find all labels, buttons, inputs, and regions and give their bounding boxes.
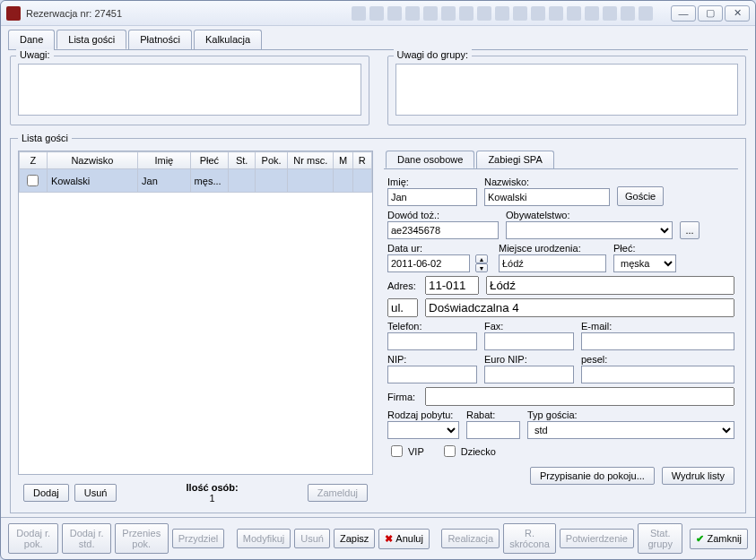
fax-label: Fax:: [484, 321, 574, 332]
cell-st: [229, 169, 256, 193]
adres-miasto-input[interactable]: [486, 276, 734, 295]
tab-lista-gosci[interactable]: Lista gości: [56, 30, 126, 49]
dowod-label: Dowód toż.:: [387, 210, 499, 220]
nip-label: NIP:: [387, 354, 477, 365]
usun-button[interactable]: Usuń: [74, 484, 117, 502]
typ-select[interactable]: std: [527, 421, 734, 439]
plec-select[interactable]: męska: [613, 254, 676, 272]
goscie-button[interactable]: Goście: [617, 186, 664, 206]
uwagi-grupy-textarea[interactable]: [395, 64, 739, 116]
cell-pok: [256, 169, 288, 193]
imie-label: Imię:: [387, 177, 477, 187]
tab-kalkulacja[interactable]: Kalkulacja: [194, 30, 262, 49]
zamelduj-button[interactable]: Zamelduj: [308, 484, 368, 502]
col-m[interactable]: M: [334, 152, 352, 169]
telefon-label: Telefon:: [387, 321, 477, 332]
statgrupy-button[interactable]: Stat. grupy: [638, 523, 683, 554]
lista-legend: Lista gości: [18, 133, 72, 143]
col-st[interactable]: St.: [229, 152, 256, 169]
imie-input[interactable]: [387, 188, 477, 206]
uwagi-grupy-label: Uwagi do grupy:: [394, 49, 473, 60]
telefon-input[interactable]: [387, 332, 477, 350]
wydruk-button[interactable]: Wydruk listy: [662, 467, 734, 485]
nip-input[interactable]: [387, 366, 477, 383]
dodaj-rstd-button[interactable]: Dodaj r. std.: [62, 523, 110, 554]
obyw-label: Obywatelstwo:: [506, 210, 673, 220]
dataur-down-button[interactable]: ▼: [475, 263, 488, 272]
obyw-ellipsis-button[interactable]: ...: [680, 221, 700, 239]
obyw-select[interactable]: [506, 221, 673, 239]
close-button[interactable]: ✕: [725, 5, 750, 22]
check-icon: ✔: [696, 533, 704, 544]
rodzaj-label: Rodzaj pobytu:: [387, 409, 459, 420]
uwagi-label: Uwagi:: [16, 49, 54, 60]
cell-r: [352, 169, 371, 193]
anuluj-button[interactable]: ✖Anuluj: [378, 529, 430, 549]
firma-label: Firma:: [387, 392, 418, 402]
minimize-button[interactable]: —: [671, 5, 696, 22]
dodaj-rpok-button[interactable]: Dodaj r. pok.: [8, 523, 58, 554]
rabat-label: Rabat:: [466, 409, 520, 420]
rabat-input[interactable]: [466, 421, 520, 439]
col-z[interactable]: Z: [20, 152, 48, 169]
plec-label: Płeć:: [613, 243, 676, 254]
vip-checkbox[interactable]: [391, 445, 403, 457]
subtab-zabiegi-spa[interactable]: Zabiegi SPA: [476, 151, 553, 168]
tab-platnosci[interactable]: Płatności: [128, 30, 192, 49]
przypisanie-button[interactable]: Przypisanie do pokoju...: [530, 467, 655, 485]
subtab-dane-osobowe[interactable]: Dane osobowe: [386, 151, 474, 168]
col-r[interactable]: R: [352, 152, 371, 169]
modyfikuj-button[interactable]: Modyfikuj: [237, 529, 291, 548]
firma-input[interactable]: [425, 387, 734, 406]
row-checkbox[interactable]: [27, 175, 39, 186]
cell-nazwisko: Kowalski: [47, 169, 137, 193]
euronip-label: Euro NIP:: [484, 354, 574, 365]
miejsce-input[interactable]: [499, 254, 606, 272]
count-value: 1: [122, 493, 301, 504]
maximize-button[interactable]: ▢: [698, 5, 723, 22]
adres-label: Adres:: [387, 280, 418, 291]
zamknij-button[interactable]: ✔Zamknij: [690, 529, 748, 549]
euronip-input[interactable]: [484, 366, 574, 383]
cell-plec: męs...: [190, 169, 229, 193]
dziecko-checkbox[interactable]: [444, 445, 456, 457]
typ-label: Typ gościa:: [527, 409, 734, 420]
toolbar-icons: [352, 6, 653, 21]
realizacja-button[interactable]: Realizacja: [441, 529, 500, 548]
dowod-input[interactable]: [387, 221, 499, 239]
pesel-label: pesel:: [581, 354, 734, 365]
cancel-icon: ✖: [385, 533, 393, 544]
col-imie[interactable]: Imię: [138, 152, 191, 169]
rodzaj-select[interactable]: [387, 421, 459, 439]
nazwisko-input[interactable]: [484, 188, 610, 206]
col-plec[interactable]: Płeć: [190, 152, 229, 169]
zapisz-button[interactable]: Zapisz: [334, 529, 375, 548]
col-pok[interactable]: Pok.: [256, 152, 288, 169]
adres-kod-input[interactable]: [425, 276, 479, 295]
ul-input[interactable]: [425, 298, 734, 317]
email-input[interactable]: [581, 332, 734, 350]
nazwisko-label: Nazwisko:: [484, 177, 610, 187]
email-label: E-mail:: [581, 321, 734, 332]
pesel-input[interactable]: [581, 366, 734, 383]
usun-bottom-button[interactable]: Usuń: [294, 529, 330, 548]
rskrocona-button[interactable]: R. skrócona: [503, 523, 556, 554]
tab-dane[interactable]: Dane: [8, 30, 55, 49]
dataur-input[interactable]: [387, 254, 470, 272]
potwierdzenie-button[interactable]: Potwierdzenie: [560, 529, 634, 548]
dataur-up-button[interactable]: ▲: [475, 254, 488, 263]
cell-m: [334, 169, 352, 193]
fax-input[interactable]: [484, 332, 574, 350]
col-nrmsc[interactable]: Nr msc.: [288, 152, 334, 169]
uwagi-textarea[interactable]: [18, 64, 361, 116]
ul-prefix-input[interactable]: [387, 298, 418, 317]
col-nazwisko[interactable]: Nazwisko: [47, 152, 137, 169]
dodaj-button[interactable]: Dodaj: [23, 484, 69, 502]
przenies-button[interactable]: Przenies pok.: [115, 523, 169, 554]
przydziel-button[interactable]: Przydziel: [172, 529, 225, 548]
table-row[interactable]: Kowalski Jan męs...: [20, 169, 372, 193]
dataur-label: Data ur:: [387, 243, 491, 254]
miejsce-label: Miejsce urodzenia:: [499, 243, 606, 254]
vip-label: VIP: [408, 446, 424, 457]
dziecko-label: Dziecko: [461, 446, 496, 457]
